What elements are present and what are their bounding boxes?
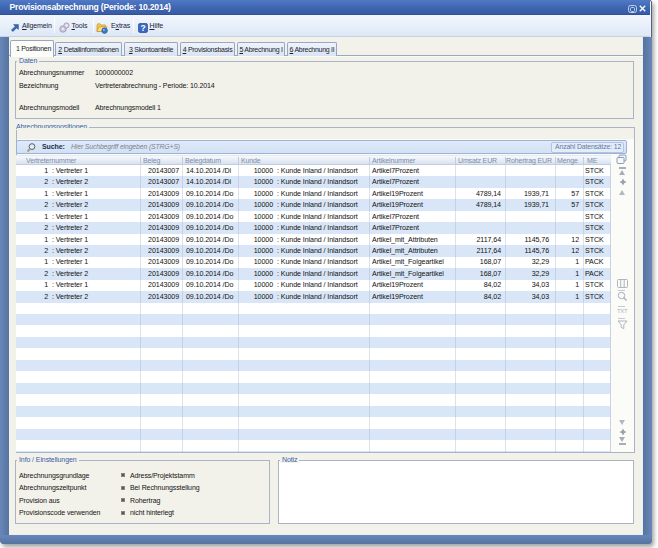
svg-text:?: ?: [140, 23, 145, 33]
